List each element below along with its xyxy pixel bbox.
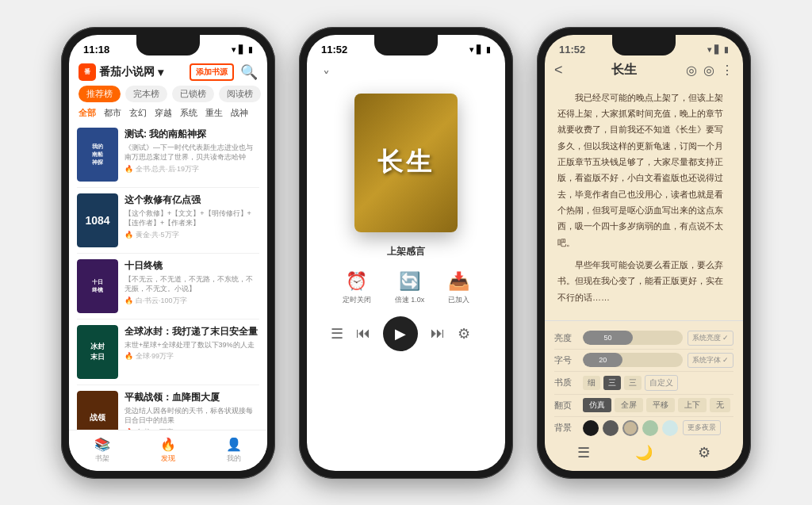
bg-warm[interactable] — [622, 420, 638, 436]
book-title-1: 这个救修有亿点强 — [124, 193, 259, 207]
font-custom[interactable]: 自定义 — [645, 375, 678, 391]
align-realism[interactable]: 仿真 — [583, 398, 611, 412]
battery-icon-2: ▮ — [486, 45, 491, 54]
bg-black[interactable] — [583, 420, 599, 436]
book-item-1[interactable]: 1084 这个救修有亿点强 【这个救修】+【文文】+【明传修行】+【连作者】+【… — [77, 188, 259, 254]
status-icons-1: ▾ ▋ ▮ — [232, 45, 253, 54]
book-item-0[interactable]: 我的南船神探 测试: 我的南船神探 《测试》—下一时代代表新生志进业也与南万思总… — [77, 122, 259, 188]
book-item-3[interactable]: 冰封末日 全球冰封：我打递了末日安全量 末世+星球+全球处理了数以下39%的人走… — [77, 319, 259, 385]
discover-icon: 🔥 — [160, 437, 176, 452]
toc-icon[interactable]: ☰ — [577, 444, 590, 461]
align-label: 翻页 — [554, 400, 576, 411]
font-normal[interactable]: 三 — [603, 376, 621, 390]
bookshelf-icon: 📚 — [94, 437, 110, 452]
settings-icon-reader[interactable]: ⚙ — [698, 444, 710, 461]
cat-reborn[interactable]: 重生 — [205, 107, 223, 119]
bg-green[interactable] — [642, 420, 658, 436]
check-icon: ✓ — [722, 334, 729, 342]
settings-icon[interactable]: ⚙ — [458, 325, 470, 342]
brightness-slider[interactable]: 50 — [583, 331, 683, 345]
book-list: 我的南船神探 测试: 我的南船神探 《测试》—下一时代代表新生志进业也与南万思总… — [69, 122, 267, 451]
menu-icon[interactable]: ☰ — [331, 325, 343, 342]
status-icons-3: ▾ ▋ ▮ — [707, 45, 729, 54]
night-mode-icon[interactable]: 🌙 — [635, 444, 653, 461]
signal-icon-3: ▋ — [714, 45, 721, 54]
speed-icon: 🔄 — [399, 271, 420, 292]
nav-bookshelf[interactable]: 📚 书架 — [69, 430, 135, 471]
bg-row: 背景 更多夜景 — [554, 417, 733, 439]
book-meta-2: 🔥 白·书云·100万字 — [124, 296, 259, 306]
align-updown[interactable]: 上下 — [678, 398, 707, 412]
signal-icon-2: ▋ — [477, 45, 483, 54]
more-bg-button[interactable]: 更多夜景 — [683, 420, 721, 435]
user-icon[interactable]: ◎ — [686, 63, 697, 78]
search-icon[interactable]: 🔍 — [240, 63, 258, 81]
align-slide[interactable]: 平移 — [646, 398, 675, 412]
align-fullscreen[interactable]: 全屏 — [615, 398, 643, 412]
book-cover-1: 1084 — [77, 193, 118, 247]
phone-3: 11:52 ▾ ▋ ▮ < 长生 ◎ ◎ ⋮ 我已经尽可能的晚点上架了，但该上架… — [537, 27, 751, 479]
tab-reading[interactable]: 阅读榜 — [219, 86, 261, 102]
phone-1: 11:18 ▾ ▋ ▮ 番 番茄小说网 ▾ 添加书源 🔍 推荐榜 完本榜 — [61, 27, 275, 479]
book-cover-2: 十日终镜 — [77, 259, 118, 313]
add-bookshelf-button[interactable]: 添加书源 — [190, 63, 234, 81]
cat-time-travel[interactable]: 穿越 — [155, 107, 172, 119]
book-item-2[interactable]: 十日终镜 十日终镜 【不无云，不无道，不无路，不东统，不无振，不无文。小说】 🔥… — [77, 254, 259, 319]
book-info-2: 十日终镜 【不无云，不无道，不无路，不东统，不无振，不无文。小说】 🔥 白·书云… — [124, 259, 259, 313]
app-header: 番 番茄小说网 ▾ 添加书源 🔍 — [69, 60, 267, 86]
download-action[interactable]: 📥 已加入 — [448, 271, 469, 305]
status-time-2: 11:52 — [321, 44, 347, 55]
cat-wargod[interactable]: 战神 — [231, 107, 248, 119]
bg-dark[interactable] — [603, 420, 619, 436]
font-bold[interactable]: 三 — [624, 376, 642, 390]
brightness-control: 50 系统亮度 ✓ — [583, 331, 733, 346]
back-button-2[interactable]: ˅ — [323, 68, 330, 86]
book-desc-2: 【不无云，不无道，不无路，不东统，不无振，不无文。小说】 — [124, 274, 259, 294]
wifi-icon-2: ▾ — [469, 45, 473, 54]
book-cover-3: 冰封末日 — [77, 325, 118, 379]
wifi-icon: ▾ — [232, 45, 236, 54]
notch-1 — [136, 35, 200, 55]
back-button-3[interactable]: < — [554, 62, 563, 78]
sys-brightness-btn[interactable]: 系统亮度 ✓ — [688, 331, 733, 346]
more-icon[interactable]: ⋮ — [721, 63, 733, 78]
bg-control: 更多夜景 — [583, 420, 733, 436]
play-button[interactable]: ▶ — [383, 316, 418, 351]
audio-actions: ⏰ 定时关闭 🔄 倍速 1.0x 📥 已加入 — [343, 271, 470, 305]
share-icon[interactable]: ◎ — [703, 63, 714, 78]
align-control: 仿真 全屏 平移 上下 无 — [583, 398, 733, 412]
book-info-1: 这个救修有亿点强 【这个救修】+【文文】+【明传修行】+【连作者】+【作者来】 … — [124, 193, 259, 247]
next-icon[interactable]: ⏭ — [431, 325, 445, 342]
nav-discover-label: 发现 — [161, 453, 175, 464]
timer-action[interactable]: ⏰ 定时关闭 — [343, 271, 371, 305]
audio-player: ˅ 长生 上架感言 ⏰ 定时关闭 🔄 倍速 1.0x 📥 已加入 — [307, 60, 505, 359]
nav-bookshelf-label: 书架 — [95, 453, 109, 464]
tab-recommend[interactable]: 推荐榜 — [79, 86, 121, 102]
sys-brightness-label: 系统亮度 — [692, 333, 721, 343]
cat-system[interactable]: 系统 — [180, 107, 197, 119]
align-none[interactable]: 无 — [710, 398, 730, 412]
brightness-label: 亮度 — [554, 332, 576, 344]
prev-icon[interactable]: ⏮ — [356, 325, 370, 342]
status-time-3: 11:52 — [559, 44, 585, 55]
book-desc-1: 【这个救修】+【文文】+【明传修行】+【连作者】+【作者来】 — [124, 209, 259, 228]
bottom-nav: 📚 书架 🔥 发现 👤 我的 — [69, 430, 267, 471]
book-desc-3: 末世+星球+全球处理了数以下39%的人走 — [124, 340, 259, 350]
nav-profile[interactable]: 👤 我的 — [201, 430, 267, 471]
wifi-icon-3: ▾ — [707, 45, 711, 54]
fontsize-slider[interactable]: 20 — [583, 353, 683, 367]
cat-fantasy[interactable]: 玄幻 — [129, 107, 147, 119]
notch-3 — [612, 35, 676, 55]
cat-urban[interactable]: 都市 — [104, 107, 121, 119]
tab-locked[interactable]: 已锁榜 — [172, 86, 214, 102]
speed-action[interactable]: 🔄 倍速 1.0x — [395, 271, 425, 305]
download-label: 已加入 — [448, 295, 469, 305]
cat-all[interactable]: 全部 — [79, 107, 96, 119]
bg-blue[interactable] — [662, 420, 678, 436]
font-thin[interactable]: 细 — [583, 376, 600, 390]
brightness-row: 亮度 50 系统亮度 ✓ — [554, 327, 733, 350]
book-title-2: 十日终镜 — [124, 259, 259, 273]
sys-font-btn[interactable]: 系统字体 ✓ — [688, 353, 733, 368]
nav-discover[interactable]: 🔥 发现 — [135, 430, 201, 471]
tab-complete[interactable]: 完本榜 — [125, 86, 167, 102]
